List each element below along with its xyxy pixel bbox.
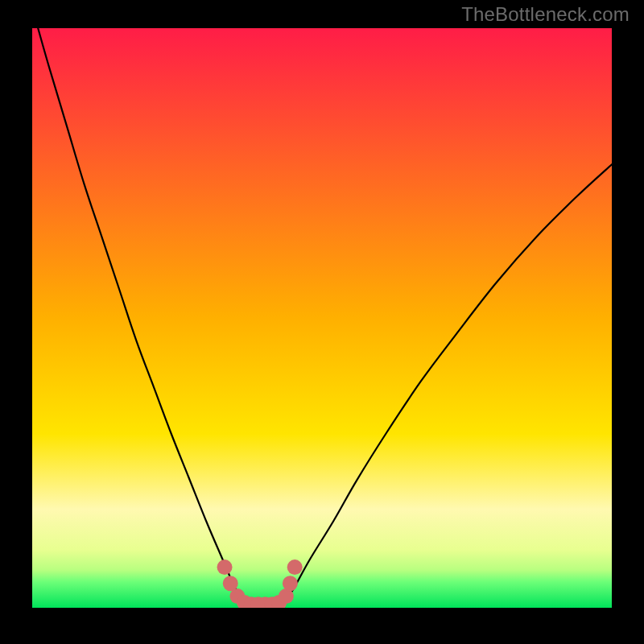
chart-frame: TheBottleneck.com (0, 0, 644, 644)
valley-marker (287, 559, 303, 575)
valley-marker (217, 559, 233, 575)
watermark-text: TheBottleneck.com (461, 3, 630, 26)
valley-marker (283, 576, 298, 591)
gradient-background (32, 28, 612, 608)
bottleneck-chart (32, 28, 612, 608)
